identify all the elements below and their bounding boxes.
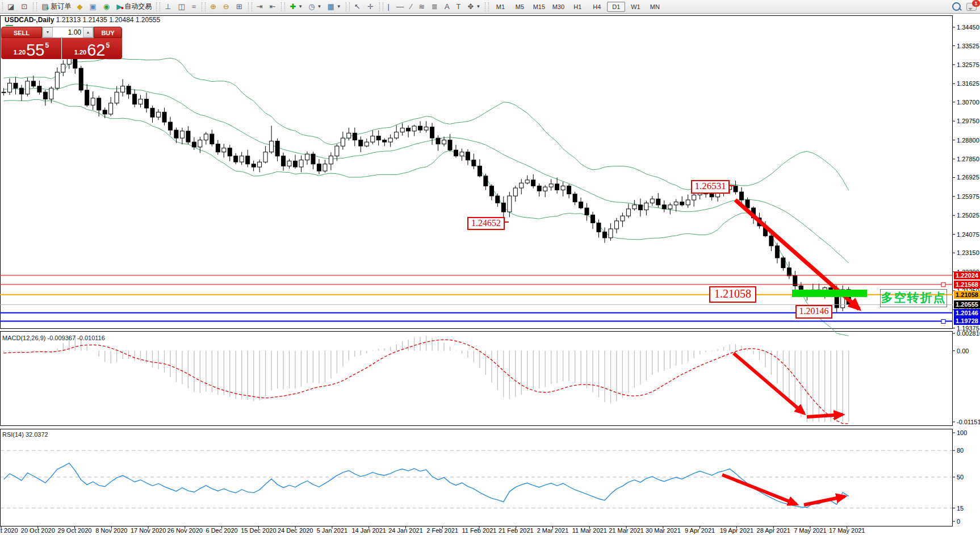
buy-price-prefix: 1.20 <box>74 49 86 56</box>
price-axis-badge: 1.20146 <box>954 309 980 317</box>
rsi-axis-tick: 100 <box>957 429 967 436</box>
rsi-axis-tick: 0 <box>957 518 960 525</box>
pane-border <box>1 332 953 426</box>
price-axis-tick: 1.34450 <box>957 24 979 31</box>
ohlc-values: 1.21313 1.21435 1.20484 1.20555 <box>56 16 161 24</box>
price-axis-tick: 1.27850 <box>957 156 979 162</box>
time-axis-label: 20 Oct 2020 <box>21 527 55 534</box>
time-axis-label: 8 Nov 2020 <box>95 527 127 534</box>
pane-border <box>1 16 953 329</box>
macd-indicator <box>4 335 849 424</box>
time-axis-label: 9 Apr 2021 <box>685 527 715 534</box>
price-axis-badge: 1.20555 <box>954 300 980 308</box>
time-axis-label: 17 May 2021 <box>829 527 865 534</box>
volume-decrease-button[interactable]: ▼ <box>43 27 53 37</box>
chart-title: USDCAD-,Daily 1.21313 1.21435 1.20484 1.… <box>5 16 160 24</box>
line-handle[interactable] <box>941 283 945 287</box>
rsi-axis-tick: 50 <box>957 474 964 480</box>
trend-arrow[interactable] <box>807 415 843 417</box>
price-axis-tick: 1.30700 <box>957 99 979 106</box>
support-zone-rect[interactable] <box>792 290 867 297</box>
time-axis-label: 24 Jan 2021 <box>388 527 423 534</box>
sell-button[interactable]: SELL <box>1 27 42 38</box>
price-axis-badge: 1.21568 <box>954 281 980 289</box>
rsi-axis-tick: 15 <box>957 505 964 512</box>
time-axis-label: 2 Feb 2021 <box>426 527 458 534</box>
macd-indicator-label: MACD(12,26,9) -0.009367 -0.010116 <box>2 335 105 341</box>
price-axis-tick: 1.23150 <box>957 249 979 256</box>
rsi-axis-tick: 80 <box>957 447 964 454</box>
trend-arrow[interactable] <box>722 475 797 504</box>
time-axis-label: 2 Mar 2021 <box>537 527 569 534</box>
time-axis-label: 21 Feb 2021 <box>499 527 534 534</box>
time-axis-label: 17 Nov 2020 <box>131 527 166 534</box>
time-axis-label: 14 Jan 2021 <box>351 527 386 534</box>
note-text-label[interactable]: 多空转折点 <box>880 289 947 307</box>
buy-price-big: 62 <box>87 43 105 57</box>
time-axis-label: 26 Nov 2020 <box>167 527 203 534</box>
time-axis-label: 28 Apr 2021 <box>757 527 790 534</box>
time-axis-label: 11 Feb 2021 <box>462 527 497 534</box>
price-axis-tick: 1.25025 <box>957 212 979 219</box>
price-axis-badge: 1.21058 <box>954 291 980 299</box>
time-axis-label: 30 Mar 2021 <box>646 527 681 534</box>
price-axis-tick: 1.33525 <box>957 43 979 49</box>
price-axis-tick: 1.29750 <box>957 118 979 124</box>
sell-price-sup: 5 <box>45 41 49 49</box>
time-axis-label: 15 Dec 2020 <box>241 527 276 534</box>
macd-axis-tick: -0.011518 <box>957 419 980 425</box>
pane-border <box>1 429 953 526</box>
time-axis-label: 11 Mar 2021 <box>572 527 607 534</box>
time-axis-label: 6 Dec 2020 <box>206 527 237 534</box>
chart-canvas[interactable]: 1.344501.335251.325751.316251.307001.297… <box>0 0 980 535</box>
price-axis-tick: 1.28800 <box>957 137 979 144</box>
mt4-window: ◪⊡▤＋新订单◆▣◉▶●自动交易⊥◫≈⊕⊖⊞⇥⇤✚▼◷▼▦▼↖✛|—∕≋≣AT✥… <box>0 0 980 535</box>
price-annotation-label[interactable]: 1.24652 <box>467 217 505 230</box>
sell-price-big: 55 <box>26 43 44 57</box>
time-axis-label: 29 Oct 2020 <box>58 527 92 534</box>
trend-arrow[interactable] <box>734 353 804 413</box>
buy-price-sup: 5 <box>106 41 110 49</box>
symbol-period-label: USDCAD-,Daily <box>5 16 54 24</box>
price-axis-badge: 1.19728 <box>954 317 980 325</box>
price-axis-tick: 1.25975 <box>957 193 979 200</box>
buy-price-panel[interactable]: 1.20 62 5 <box>62 38 122 59</box>
price-axis-badge: 1.22024 <box>954 271 980 279</box>
volume-value[interactable]: 1.00 <box>53 27 83 37</box>
time-axis-label: 11 Oct 2020 <box>0 527 18 534</box>
time-axis-label: 21 Mar 2021 <box>609 527 644 534</box>
sell-price-prefix: 1.20 <box>14 49 26 56</box>
price-axis-tick: 1.31625 <box>957 80 979 87</box>
macd-axis-tick: 0.00 <box>957 348 969 354</box>
price-annotation-label[interactable]: 1.21058 <box>709 286 756 303</box>
time-axis-label: 7 May 2021 <box>794 527 826 534</box>
buy-button[interactable]: BUY <box>94 27 122 38</box>
price-annotation-label[interactable]: 1.26531 <box>691 180 730 194</box>
price-axis-tick: 1.24075 <box>957 231 979 238</box>
time-axis-label: 19 Apr 2021 <box>720 527 753 534</box>
price-annotation-label[interactable]: 1.20146 <box>795 305 832 319</box>
line-handle[interactable] <box>941 320 945 324</box>
symbol-underline <box>6 25 13 26</box>
macd-axis-tick: 0.002816 <box>957 330 980 337</box>
time-axis-label: 5 Jan 2021 <box>317 527 347 534</box>
price-axis-tick: 1.32575 <box>957 61 979 68</box>
time-axis-label: 24 Dec 2020 <box>278 527 313 534</box>
volume-stepper: ▼ 1.00 ▲ <box>42 27 94 38</box>
sell-price-panel[interactable]: 1.20 55 5 <box>1 38 62 59</box>
rsi-indicator-label: RSI(14) 32.0372 <box>2 431 48 438</box>
volume-increase-button[interactable]: ▲ <box>83 27 93 37</box>
one-click-trading-panel: SELL ▼ 1.00 ▲ BUY 1.20 55 5 1.20 62 5 <box>1 27 122 59</box>
rsi-line <box>4 463 849 507</box>
price-axis-tick: 1.26925 <box>957 174 979 181</box>
